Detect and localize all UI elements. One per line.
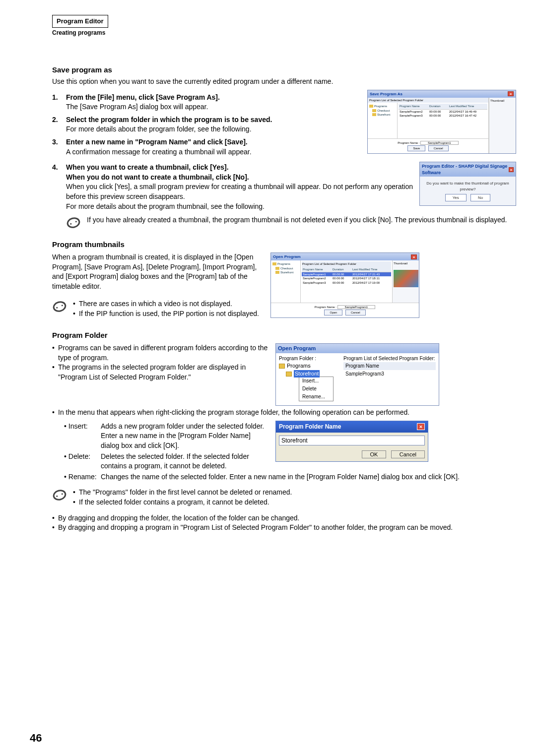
- program-folder-heading: Program Folder: [52, 330, 516, 340]
- confirm-thumbnail-dialog: Program Editor - SHARP Digital Signage S…: [419, 162, 516, 206]
- note-item: The "Programs" folder in the first level…: [73, 488, 516, 498]
- svg-point-3: [75, 221, 77, 222]
- close-icon[interactable]: ×: [508, 91, 514, 96]
- note-icon: [52, 488, 67, 503]
- note-item: If the PIP function is used, the PIP por…: [73, 309, 266, 319]
- svg-point-11: [62, 494, 63, 495]
- svg-point-7: [62, 305, 63, 307]
- save-as-intro: Use this option when you want to save th…: [52, 77, 516, 87]
- svg-point-10: [56, 496, 58, 497]
- thumbnails-text: When a program thumbnail is created, it …: [52, 252, 266, 291]
- dialog-title: Program Editor - SHARP Digital Signage S…: [422, 163, 509, 176]
- dialog-title: Open Program: [278, 345, 316, 352]
- breadcrumb-box: Program Editor: [52, 15, 108, 28]
- folder-tree-root[interactable]: Programs: [279, 362, 338, 370]
- folder-name-input[interactable]: [279, 436, 425, 445]
- folder-bullet: In the menu that appears when right-clic…: [52, 408, 516, 418]
- folder-tree[interactable]: Programs Checkout Storefront: [271, 260, 301, 303]
- close-icon[interactable]: ×: [417, 423, 425, 430]
- menu-delete[interactable]: Delete: [299, 385, 333, 393]
- program-name-input[interactable]: SampleProgram1: [420, 141, 459, 145]
- cancel-button[interactable]: Cancel: [391, 450, 425, 458]
- close-icon[interactable]: ×: [411, 254, 417, 259]
- yes-button[interactable]: Yes: [445, 194, 467, 201]
- close-icon[interactable]: ×: [509, 167, 514, 172]
- step-2: 2. Select the program folder in which th…: [52, 115, 362, 134]
- dialog-title: Program Folder Name: [279, 423, 341, 431]
- no-button[interactable]: No: [470, 194, 490, 201]
- folder-tree[interactable]: Programs Checkout Storefront: [368, 103, 398, 138]
- svg-point-2: [70, 223, 71, 225]
- save-program-as-dialog: Save Program As × Program List of Select…: [367, 90, 516, 154]
- folder-bullet: The programs in the selected program fol…: [52, 363, 270, 382]
- program-list[interactable]: Program List of Selected Program Folder …: [301, 260, 392, 303]
- open-program-folder-dialog: Open Program Program Folder : Programs S…: [275, 343, 439, 406]
- step-1: 1. From the [File] menu, click [Save Pro…: [52, 93, 362, 112]
- thumbnail-preview: [394, 270, 418, 287]
- program-name-input[interactable]: SampleProgram1: [337, 305, 376, 309]
- note-icon: [66, 215, 81, 230]
- thumbnails-heading: Program thumbnails: [52, 239, 516, 250]
- step-4: 4. When you want to create a thumbnail, …: [52, 163, 414, 211]
- step-3: 3. Enter a new name in "Program Name" an…: [52, 137, 362, 157]
- folder-bullet: By dragging and dropping the folder, the…: [52, 513, 516, 523]
- cancel-button[interactable]: Cancel: [428, 145, 449, 151]
- note-item: If the selected folder contains a progra…: [73, 498, 516, 507]
- note-item: There are cases in which a video is not …: [73, 299, 266, 309]
- cancel-button[interactable]: Cancel: [345, 310, 366, 315]
- ok-button[interactable]: OK: [362, 450, 387, 458]
- list-item[interactable]: SampleProgram3: [343, 370, 436, 378]
- dialog-title: Save Program As: [370, 91, 402, 97]
- menu-rename[interactable]: Rename...: [299, 393, 333, 401]
- save-button[interactable]: Save: [407, 145, 425, 151]
- open-button[interactable]: Open: [324, 310, 342, 315]
- program-list[interactable]: Program Name Duration Last Modified Time…: [398, 103, 488, 138]
- dialog-title: Open Program: [273, 254, 301, 259]
- folder-bullet: Programs can be saved in different progr…: [52, 343, 270, 363]
- program-folder-name-dialog: Program Folder Name × OK Cancel: [275, 421, 428, 462]
- menu-insert[interactable]: Insert...: [299, 377, 333, 385]
- save-as-heading: Save program as: [52, 64, 516, 75]
- folder-bullet: By dragging and dropping a program in "P…: [52, 523, 516, 533]
- note-icon: [52, 299, 67, 314]
- note-text: If you have already created a thumbnail,…: [87, 215, 516, 225]
- svg-point-6: [56, 307, 58, 309]
- breadcrumb-sub: Creating programs: [52, 29, 516, 37]
- open-program-dialog: Open Program × Programs Checkout Storefr…: [270, 252, 419, 318]
- context-menu[interactable]: Insert... Delete Rename...: [299, 377, 334, 401]
